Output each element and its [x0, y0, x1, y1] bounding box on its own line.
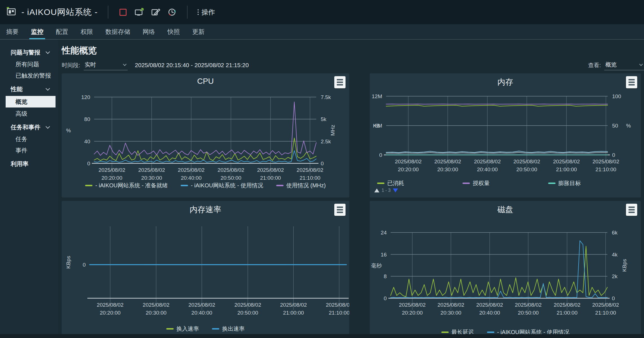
chart-menu-icon[interactable]	[626, 204, 637, 216]
window-titlebar: - iAIKOU网站系统 - 操作	[0, 0, 644, 24]
svg-text:20:40:00: 20:40:00	[181, 175, 202, 181]
svg-text:2025/08/02: 2025/08/02	[554, 302, 580, 308]
chart-menu-icon[interactable]	[334, 76, 346, 88]
legend-item[interactable]: 授权量	[462, 179, 548, 187]
launch-console-icon[interactable]	[135, 7, 144, 17]
legend-page-up-icon[interactable]	[374, 188, 379, 192]
chart-canvas: 2025/08/0220:20:002025/08/0220:30:002025…	[370, 73, 641, 197]
svg-text:20:50:00: 20:50:00	[518, 310, 539, 316]
sidebar-item-label: 任务和事件	[11, 123, 40, 131]
sidebar-item-tasks[interactable]: 任务	[0, 133, 58, 145]
sidebar-item-all-issues[interactable]: 所有问题	[0, 59, 58, 70]
time-range-span: 2025/08/02 20:15:40 - 2025/08/02 21:15:2…	[135, 62, 249, 69]
chart-menu-icon[interactable]	[334, 204, 346, 216]
chart-title: 磁盘	[370, 204, 641, 215]
page-title: 性能概览	[62, 45, 644, 56]
svg-text:120: 120	[81, 94, 90, 100]
svg-text:21:00:00: 21:00:00	[556, 166, 577, 172]
chart-panel-disk: 2025/08/0220:20:002025/08/0220:30:002025…	[370, 201, 641, 338]
legend-swatch-icon	[85, 185, 92, 186]
svg-text:7.5k: 7.5k	[321, 94, 331, 100]
tab-datastores[interactable]: 数据存储	[99, 24, 136, 39]
tab-updates[interactable]: 更新	[186, 24, 211, 39]
sidebar-item-label: 概览	[16, 98, 27, 106]
svg-text:2025/08/02: 2025/08/02	[515, 302, 542, 308]
snapshot-icon[interactable]	[167, 7, 177, 17]
sidebar-item-events[interactable]: 事件	[0, 145, 58, 156]
chart-title: 内存	[370, 77, 641, 87]
vm-icon	[6, 6, 17, 18]
svg-text:2025/08/02: 2025/08/02	[476, 302, 503, 308]
svg-text:2025/08/02: 2025/08/02	[592, 302, 619, 308]
svg-text:KBps: KBps	[65, 256, 71, 269]
sidebar-item-performance[interactable]: 性能	[0, 83, 58, 95]
view-select[interactable]: 概览	[604, 60, 644, 70]
svg-text:0: 0	[612, 295, 615, 301]
tab-monitor[interactable]: 监控	[25, 24, 50, 39]
svg-text:20:40:00: 20:40:00	[477, 166, 498, 172]
edit-settings-icon[interactable]	[151, 7, 161, 17]
chevron-down-icon	[46, 49, 50, 54]
svg-text:MHz: MHz	[330, 125, 336, 136]
svg-text:21:10:00: 21:10:00	[595, 310, 616, 316]
svg-text:21:10:00: 21:10:00	[596, 166, 616, 172]
sidebar-item-tasks-events[interactable]: 任务和事件	[0, 121, 58, 133]
legend-label: 换出速率	[222, 325, 245, 333]
chart-canvas: 2025/08/0220:20:002025/08/0220:30:002025…	[62, 201, 349, 338]
legend-item[interactable]: - iAIKOU网站系统 - 准备就绪	[85, 182, 168, 189]
svg-text:21:10:00: 21:10:00	[329, 310, 349, 316]
window-bottom-edge	[0, 334, 644, 338]
svg-text:2025/08/02: 2025/08/02	[280, 302, 307, 308]
legend-page-down-icon[interactable]	[393, 188, 398, 192]
svg-text:%: %	[626, 123, 631, 129]
sidebar-item-issues-alarms[interactable]: 问题与警报	[0, 46, 58, 59]
svg-text:16: 16	[381, 252, 387, 258]
sidebar-item-overview[interactable]: 概览	[6, 96, 56, 107]
sidebar-item-advanced[interactable]: 高级	[0, 108, 58, 119]
svg-text:2025/08/02: 2025/08/02	[399, 302, 426, 308]
svg-text:20:50:00: 20:50:00	[516, 166, 537, 172]
tab-configure[interactable]: 配置	[50, 24, 74, 39]
chart-legend: 已消耗授权量膨胀目标	[370, 179, 641, 187]
svg-text:2025/08/02: 2025/08/02	[218, 167, 244, 173]
legend-item[interactable]: 已消耗	[377, 179, 462, 187]
legend-item[interactable]: - iAIKOU网站系统 - 使用情况	[181, 182, 263, 189]
svg-text:20:30:00: 20:30:00	[146, 310, 167, 316]
svg-text:4k: 4k	[612, 252, 618, 258]
power-off-icon[interactable]	[118, 7, 128, 17]
charts-grid: 2025/08/0220:20:002025/08/0220:30:002025…	[62, 73, 644, 338]
time-range-select[interactable]: 实时	[84, 60, 128, 70]
legend-item[interactable]: 换入速率	[166, 325, 199, 333]
time-range-value: 实时	[85, 61, 119, 69]
legend-item[interactable]: 使用情况 (MHz)	[276, 182, 326, 189]
legend-swatch-icon	[487, 332, 494, 333]
tab-bar: 摘要监控配置权限数据存储网络快照更新	[0, 24, 644, 39]
tab-networks[interactable]: 网络	[136, 24, 161, 39]
legend-swatch-icon	[276, 185, 284, 186]
chevron-down-icon	[123, 62, 127, 66]
svg-text:2025/08/02: 2025/08/02	[189, 302, 215, 308]
actions-label: 操作	[202, 8, 215, 17]
sidebar-item-label: 问题与警报	[11, 49, 40, 56]
sidebar: 问题与警报所有问题已触发的警报性能概览高级任务和事件任务事件利用率	[0, 39, 58, 338]
tab-permissions[interactable]: 权限	[74, 24, 99, 39]
svg-text:2025/08/02: 2025/08/02	[98, 167, 125, 173]
chart-menu-icon[interactable]	[626, 76, 637, 88]
legend-item[interactable]: 换出速率	[212, 325, 245, 333]
legend-item[interactable]: 膨胀目标	[548, 179, 634, 187]
legend-label: 已消耗	[387, 179, 404, 187]
svg-text:21:00:00: 21:00:00	[283, 310, 304, 316]
tab-snapshots[interactable]: 快照	[161, 24, 186, 39]
svg-text:0: 0	[321, 161, 324, 166]
actions-menu-button[interactable]: 操作	[198, 8, 215, 17]
chart-title: CPU	[62, 77, 349, 86]
svg-text:20:20:00: 20:20:00	[100, 310, 121, 316]
kebab-icon	[198, 9, 199, 15]
sidebar-item-utilization[interactable]: 利用率	[0, 158, 58, 170]
svg-text:2025/08/02: 2025/08/02	[592, 159, 619, 164]
tab-summary[interactable]: 摘要	[0, 24, 25, 39]
legend-swatch-icon	[166, 328, 174, 330]
sidebar-item-triggered-alarms[interactable]: 已触发的警报	[0, 70, 58, 81]
toolbar-divider	[187, 6, 187, 19]
legend-label: 授权量	[473, 179, 490, 187]
